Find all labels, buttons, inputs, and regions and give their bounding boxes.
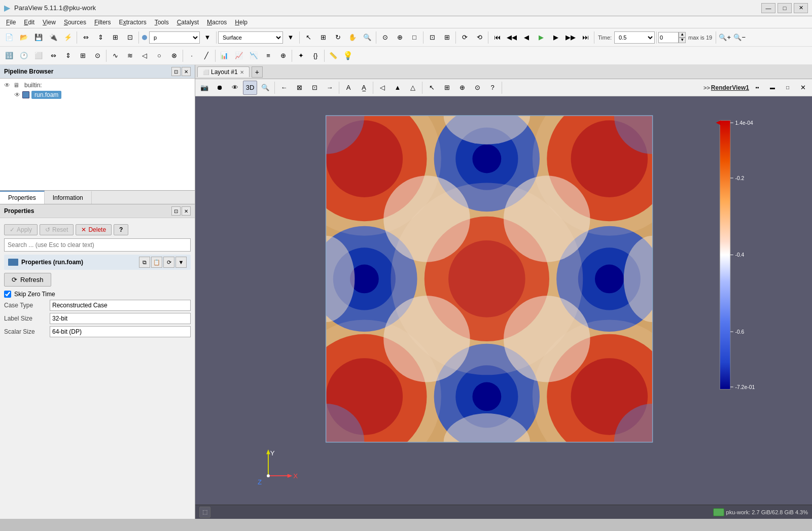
save-button[interactable]: 💾 <box>31 30 46 45</box>
delete-button[interactable]: ✕ Delete <box>76 224 112 235</box>
menu-file[interactable]: File <box>2 18 20 27</box>
rt-reset-button[interactable]: 🔍 <box>258 81 272 95</box>
split-v-button[interactable]: ⇕ <box>93 30 108 45</box>
rt-arrow2[interactable]: ⊠ <box>292 81 306 95</box>
apply-button[interactable]: ✓ Apply <box>4 224 38 235</box>
menu-tools[interactable]: Tools <box>151 18 173 27</box>
group-copy-button[interactable]: ⧉ <box>139 257 150 268</box>
maximize-button[interactable]: □ <box>778 3 792 13</box>
menu-help[interactable]: Help <box>231 18 252 27</box>
filter5-button[interactable]: ⊗ <box>167 49 181 63</box>
variable-dropdown[interactable]: p U <box>149 31 200 44</box>
split-h-button[interactable]: ⇔ <box>79 30 93 45</box>
frame-input[interactable]: 0 <box>658 32 679 43</box>
extra-btn3[interactable]: ⟳ <box>457 30 472 45</box>
chart3-button[interactable]: 📉 <box>246 49 261 63</box>
rt-layout1-button[interactable]: ▪▪ <box>750 81 764 95</box>
light-button[interactable]: 💡 <box>341 49 355 63</box>
bottom-btn1[interactable]: ⬚ <box>199 507 210 518</box>
zoom-to-data-button[interactable]: ⊕ <box>393 30 407 45</box>
extra-btn4[interactable]: ⟲ <box>472 30 486 45</box>
time-dropdown[interactable]: 0.5 0 1 <box>614 31 655 44</box>
rotate-button[interactable]: ↻ <box>331 30 345 45</box>
group-refresh-icon-button[interactable]: ⟳ <box>163 257 174 268</box>
filter3-button[interactable]: ◁ <box>137 49 152 63</box>
zoom-in-view-button[interactable]: 🔍+ <box>718 30 732 45</box>
chart5-button[interactable]: ⊕ <box>276 49 290 63</box>
play-button[interactable]: ▶ <box>534 30 548 45</box>
rt-select4[interactable]: ⊙ <box>470 81 484 95</box>
point-button[interactable]: · <box>185 49 199 63</box>
skip-zero-time-checkbox[interactable] <box>4 291 11 298</box>
refresh-button[interactable]: ⟳ Refresh <box>4 273 51 287</box>
menu-edit[interactable]: Edit <box>20 18 39 27</box>
pipeline-float-button[interactable]: ⊡ <box>171 67 181 76</box>
extra-btn2[interactable]: ⊞ <box>440 30 454 45</box>
new-button[interactable]: 📄 <box>2 30 16 45</box>
render-view[interactable]: Y Z X <box>195 96 812 505</box>
rt-select1[interactable]: ↖ <box>425 81 439 95</box>
sphere-button[interactable]: ⊙ <box>90 49 104 63</box>
pipeline-runfoam-item[interactable]: 👁 run.foam <box>12 90 193 100</box>
chart4-button[interactable]: ≡ <box>261 49 275 63</box>
disconnect-button[interactable]: ⚡ <box>61 30 75 45</box>
ruler-button[interactable]: 📏 <box>326 49 340 63</box>
reset-button[interactable]: ↺ Reset <box>40 224 74 235</box>
line-button[interactable]: ╱ <box>199 49 214 63</box>
step-fwd-button[interactable]: ▶ <box>549 30 563 45</box>
zoom-out-view-button[interactable]: 🔍− <box>732 30 747 45</box>
open-button[interactable]: 📂 <box>17 30 31 45</box>
pipeline-close-button[interactable]: ✕ <box>182 67 191 76</box>
rt-select5[interactable]: ? <box>485 81 500 95</box>
frame-down-button[interactable]: ▼ <box>679 38 686 43</box>
max-view-button[interactable]: ⊞ <box>108 30 122 45</box>
rep-options-button[interactable]: ▼ <box>284 30 298 45</box>
zoom-box-button[interactable]: □ <box>407 30 421 45</box>
last-frame-button[interactable]: ⏭ <box>578 30 592 45</box>
rt-eye-button[interactable]: 👁 <box>228 81 242 95</box>
next-frame-button[interactable]: ▶▶ <box>563 30 578 45</box>
grid-button[interactable]: ⊞ <box>76 49 90 63</box>
rt-screenshot-button[interactable]: 📷 <box>197 81 211 95</box>
menu-catalyst[interactable]: Catalyst <box>173 18 203 27</box>
menu-macros[interactable]: Macros <box>203 18 231 27</box>
connect-button[interactable]: 🔌 <box>46 30 60 45</box>
clock-button[interactable]: 🕐 <box>17 49 31 63</box>
runfoam-label[interactable]: run.foam <box>31 91 61 99</box>
rt-orient3[interactable]: △ <box>406 81 420 95</box>
rt-arrow4[interactable]: → <box>323 81 337 95</box>
close-button[interactable]: ✕ <box>794 3 808 13</box>
menu-filters[interactable]: Filters <box>90 18 115 27</box>
select-button[interactable]: ⊞ <box>316 30 330 45</box>
rt-arrow1[interactable]: ← <box>277 81 291 95</box>
rt-close-button[interactable]: ✕ <box>796 81 810 95</box>
pan-button[interactable]: ✋ <box>345 30 360 45</box>
step-back-button[interactable]: ◀ <box>519 30 534 45</box>
interact-button[interactable]: ↖ <box>301 30 315 45</box>
minimize-button[interactable]: — <box>761 3 775 13</box>
rt-select3[interactable]: ⊕ <box>455 81 469 95</box>
runfoam-eye-icon[interactable]: 👁 <box>14 91 20 98</box>
help-button[interactable]: ? <box>114 224 128 235</box>
rt-layout2-button[interactable]: ▬ <box>765 81 780 95</box>
prev-frame-button[interactable]: ◀◀ <box>505 30 519 45</box>
props-float-button[interactable]: ⊡ <box>171 206 181 216</box>
rt-3d-button[interactable]: 3D <box>243 81 257 95</box>
menu-extractors[interactable]: Extractors <box>115 18 151 27</box>
chart2-button[interactable]: 📈 <box>232 49 246 63</box>
arrows-button[interactable]: ⇔ <box>46 49 60 63</box>
rt-record-button[interactable]: ⏺ <box>213 81 227 95</box>
var-options-button[interactable]: ▼ <box>200 30 215 45</box>
rt-select2[interactable]: ⊞ <box>440 81 454 95</box>
chart-button[interactable]: 📊 <box>217 49 231 63</box>
bracket-button[interactable]: {} <box>308 49 323 63</box>
add-layout-button[interactable]: + <box>252 66 263 78</box>
layout-tab-1[interactable]: ⬜ Layout #1 ✕ <box>197 66 250 77</box>
props-close-button[interactable]: ✕ <box>182 206 191 216</box>
reset-view-button[interactable]: ⊡ <box>123 30 137 45</box>
extra-btn1[interactable]: ⊡ <box>425 30 439 45</box>
layout-tab-close-button[interactable]: ✕ <box>240 69 244 75</box>
menu-view[interactable]: View <box>39 18 60 27</box>
rt-label2[interactable]: A̲ <box>357 81 371 95</box>
rt-label1[interactable]: A <box>341 81 356 95</box>
